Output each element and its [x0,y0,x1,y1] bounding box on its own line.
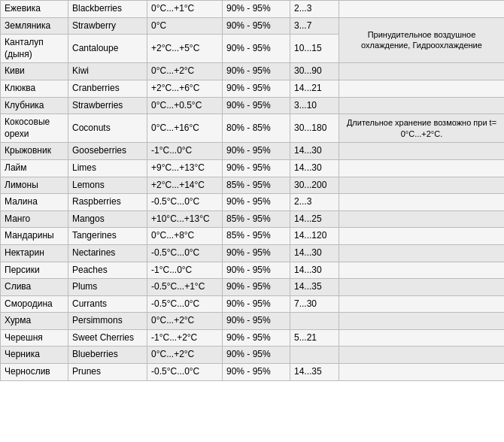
storage-note [339,279,505,296]
table-row: МандариныTangerines0°C...+8°C85% - 95%14… [1,228,505,245]
english-name: Blackberries [68,1,147,18]
russian-name: Крыжовник [1,143,68,160]
storage-note [339,210,505,228]
storage-note [339,159,505,177]
humidity: 90% - 95% [223,97,290,114]
english-name: Strawberry [68,17,147,35]
temperature: -0.5°C...0°C [147,364,223,381]
temperature: -0.5°C...0°C [147,194,223,211]
storage-days [290,313,339,330]
russian-name: Нектарин [1,244,68,262]
russian-name: Кокосовые орехи [1,114,68,143]
storage-note [339,347,505,364]
storage-note [339,1,505,18]
humidity: 90% - 95% [223,364,290,381]
storage-note [339,80,505,97]
storage-days: 14...30 [290,143,339,160]
russian-name: Смородина [1,295,68,313]
english-name: Peaches [68,262,147,279]
humidity: 85% - 95% [223,210,290,228]
storage-days: 14...35 [290,364,339,381]
storage-days: 30...90 [290,63,339,80]
temperature: -1°C...+2°C [147,329,223,347]
temperature: 0°C...+2°C [147,313,223,330]
russian-name: Чернослив [1,364,68,381]
russian-name: Хурма [1,313,68,330]
humidity: 85% - 95% [223,228,290,245]
storage-days: 10...15 [290,35,339,63]
table-row: ЧерешняSweet Cherries-1°C...+2°C90% - 95… [1,329,505,347]
storage-days: 5...21 [290,329,339,347]
storage-note [339,177,505,194]
temperature: 0°C...+16°C [147,114,223,143]
english-name: Cranberries [68,80,147,97]
temperature: +2°C...+14°C [147,177,223,194]
storage-note [339,244,505,262]
english-name: Mangos [68,210,147,228]
temperature: -0.5°C...0°C [147,295,223,313]
table-row: ЛимоныLemons+2°C...+14°C85% - 95%30...20… [1,177,505,194]
russian-name: Слива [1,279,68,296]
english-name: Tangerines [68,228,147,245]
storage-days [290,347,339,364]
table-row: МангоMangos+10°C...+13°C85% - 95%14...25 [1,210,505,228]
russian-name: Ежевика [1,1,68,18]
fruit-storage-table: ЕжевикаBlackberries0°C...+1°C90% - 95%2.… [0,0,504,381]
temperature: 0°C [147,17,223,35]
russian-name: Киви [1,63,68,80]
humidity: 90% - 95% [223,80,290,97]
russian-name: Черника [1,347,68,364]
storage-days: 2...3 [290,1,339,18]
english-name: Strawberries [68,97,147,114]
storage-note [339,194,505,211]
russian-name: Персики [1,262,68,279]
temperature: 0°C...+1°C [147,1,223,18]
english-name: Kiwi [68,63,147,80]
storage-note [339,313,505,330]
russian-name: Клубника [1,97,68,114]
humidity: 90% - 95% [223,63,290,80]
humidity: 85% - 95% [223,177,290,194]
humidity: 90% - 95% [223,159,290,177]
table-row: ЧерносливPrunes-0.5°C...0°C90% - 95%14..… [1,364,505,381]
humidity: 90% - 95% [223,17,290,35]
english-name: Blueberries [68,347,147,364]
humidity: 90% - 95% [223,279,290,296]
table-row: КлюкваCranberries+2°C...+6°C90% - 95%14.… [1,80,505,97]
table-row: ЧерникаBlueberries0°C...+2°C90% - 95% [1,347,505,364]
humidity: 90% - 95% [223,143,290,160]
russian-name: Канталуп (дыня) [1,35,68,63]
english-name: Prunes [68,364,147,381]
temperature: 0°C...+0.5°C [147,97,223,114]
temperature: 0°C...+8°C [147,228,223,245]
humidity: 90% - 95% [223,1,290,18]
table-row: ЗемляникаStrawberry0°C90% - 95%3...7Прин… [1,17,505,35]
table-row: ЕжевикаBlackberries0°C...+1°C90% - 95%2.… [1,1,505,18]
storage-note [339,228,505,245]
storage-note [339,143,505,160]
english-name: Nectarines [68,244,147,262]
temperature: 0°C...+2°C [147,347,223,364]
temperature: -0.5°C...+1°C [147,279,223,296]
russian-name: Черешня [1,329,68,347]
english-name: Persimmons [68,313,147,330]
storage-days: 14...25 [290,210,339,228]
storage-days: 3...10 [290,97,339,114]
temperature: -0.5°C...0°C [147,244,223,262]
storage-days: 14...120 [290,228,339,245]
humidity: 90% - 95% [223,194,290,211]
temperature: 0°C...+2°C [147,63,223,80]
english-name: Currants [68,295,147,313]
table-row: ПерсикиPeaches-1°C...0°C90% - 95%14...30 [1,262,505,279]
table-row: СливаPlums-0.5°C...+1°C90% - 95%14...35 [1,279,505,296]
english-name: Plums [68,279,147,296]
english-name: Limes [68,159,147,177]
storage-days: 30...180 [290,114,339,143]
russian-name: Лимоны [1,177,68,194]
storage-days: 14...30 [290,262,339,279]
storage-note [339,364,505,381]
table-row: КрыжовникGooseberries-1°C...0°C90% - 95%… [1,143,505,160]
table-row: КлубникаStrawberries0°C...+0.5°C90% - 95… [1,97,505,114]
english-name: Gooseberries [68,143,147,160]
english-name: Cantaloupe [68,35,147,63]
